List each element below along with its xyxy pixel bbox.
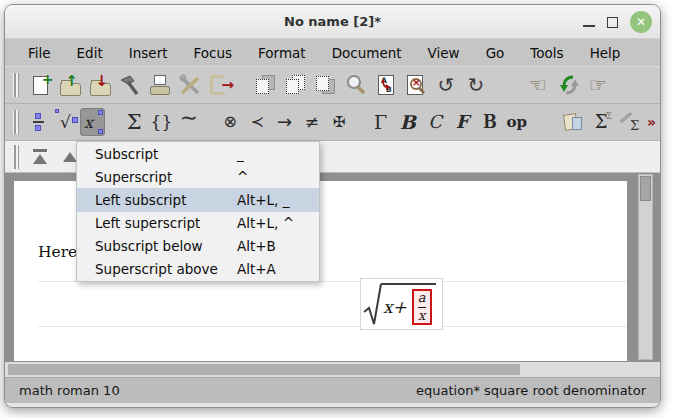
toolbar-grip[interactable] [13, 73, 19, 97]
vertical-scrollbar[interactable] [638, 174, 653, 360]
radicand-prefix: x+ [383, 297, 407, 317]
vertical-scrollbar-thumb[interactable] [640, 176, 651, 201]
toolbar-grip[interactable] [13, 145, 19, 169]
equation-block[interactable]: x+ a x [38, 281, 627, 327]
tilde-accent-icon: ∼ [179, 107, 197, 129]
paste-button[interactable] [282, 71, 310, 99]
menu-tools[interactable]: Tools [519, 42, 574, 64]
status-left: math roman 10 [19, 383, 120, 398]
redo-button[interactable]: ↻ [462, 71, 490, 99]
scripts-button[interactable]: x [80, 108, 105, 136]
go-to-top-button[interactable] [26, 143, 54, 171]
sum-button[interactable]: Σ [122, 108, 147, 136]
radicand: x+ a x [381, 283, 436, 328]
paragraph-text: Here [38, 243, 77, 261]
bold-b-icon: B [400, 113, 416, 132]
equation-focus-box[interactable]: x+ a x [360, 278, 443, 331]
shortcut-label: _ [237, 146, 309, 162]
operator-symbol-button[interactable]: ⊗ [218, 108, 243, 136]
search-icon [344, 73, 368, 97]
arrow-symbol-button[interactable]: → [272, 108, 297, 136]
menu-focus[interactable]: Focus [182, 42, 243, 64]
math-preferences-button[interactable]: Σ [616, 108, 642, 136]
copy-button[interactable] [252, 71, 280, 99]
menu-item-superscript[interactable]: Superscript ^ [77, 165, 319, 188]
menu-go[interactable]: Go [475, 42, 516, 64]
copy-icon [253, 72, 279, 98]
blackboard-button[interactable]: B [477, 108, 502, 136]
fraktur-f-icon: F [456, 113, 469, 131]
open-document-button[interactable]: ↑ [56, 71, 84, 99]
menu-insert[interactable]: Insert [118, 42, 179, 64]
symbol-palette-button[interactable] [560, 108, 586, 136]
toolbar-overflow-button[interactable]: » [647, 114, 656, 130]
menu-edit[interactable]: Edit [66, 42, 114, 64]
menu-item-left-superscript[interactable]: Left superscript Alt+L, ^ [77, 212, 319, 235]
close-button[interactable]: ✕ [630, 11, 652, 33]
otimes-icon: ⊗ [224, 114, 237, 130]
horizontal-scrollbar-thumb[interactable] [8, 364, 520, 375]
build-button[interactable] [116, 71, 144, 99]
minimize-button[interactable] [583, 25, 595, 27]
horizontal-scrollbar[interactable] [5, 362, 660, 377]
title-bar[interactable]: No name [2]* ✕ [5, 5, 660, 39]
forward-hand-icon: ☞ [589, 73, 607, 97]
fraction-numerator: a [418, 291, 426, 306]
insert-big-operator-button[interactable]: Σ Σ [588, 108, 614, 136]
menu-item-left-subscript[interactable]: Left subscript Alt+L, _ [77, 188, 319, 211]
spell-check-button[interactable]: × [402, 71, 430, 99]
relation-symbol-button[interactable]: ≺ [245, 108, 270, 136]
menu-item-superscript-above[interactable]: Superscript above Alt+A [77, 258, 319, 281]
save-document-button[interactable]: ↓ [86, 71, 114, 99]
main-toolbar: + ↑ ↓ [5, 66, 660, 104]
status-bar: math roman 10 equation* square root deno… [5, 377, 660, 403]
script-c-icon: C [428, 113, 442, 131]
preferences-button[interactable] [176, 71, 204, 99]
paste-icon [283, 72, 309, 98]
sum-icon: Σ [127, 112, 142, 133]
app-window: No name [2]* ✕ File Edit Insert Focus Fo… [4, 4, 661, 408]
menu-view[interactable]: View [417, 42, 471, 64]
brackets-icon: {} [151, 114, 173, 131]
replace-icon: A B [373, 72, 399, 98]
not-equal-icon: ≠ [305, 114, 319, 131]
undo-button[interactable]: ↺ [432, 71, 460, 99]
menu-document[interactable]: Document [321, 42, 413, 64]
menu-help[interactable]: Help [579, 42, 632, 64]
accent-button[interactable]: ∼ [176, 108, 201, 136]
print-button[interactable] [146, 71, 174, 99]
negation-symbol-button[interactable]: ≠ [299, 108, 324, 136]
sqrt-button[interactable]: √ [53, 108, 78, 136]
radical-sign [363, 281, 383, 327]
fraktur-button[interactable]: F [450, 108, 475, 136]
export-icon: → [207, 72, 233, 98]
fraction-button[interactable] [26, 108, 51, 136]
menu-item-subscript-below[interactable]: Subscript below Alt+B [77, 235, 319, 258]
square-root-icon: √ [60, 112, 71, 132]
fraction-cursor-box[interactable]: a x [412, 289, 432, 326]
operator-text-button[interactable]: op [504, 108, 529, 136]
blackboard-b-icon: B [483, 113, 496, 131]
menu-file[interactable]: File [17, 42, 62, 64]
spell-check-icon: × [403, 72, 429, 98]
bold-button[interactable]: B [395, 108, 420, 136]
reload-button[interactable] [554, 71, 582, 99]
window-title: No name [2]* [284, 14, 381, 29]
misc-symbol-button[interactable]: ✠ [326, 108, 351, 136]
new-document-button[interactable]: + [26, 71, 54, 99]
search-button[interactable] [342, 71, 370, 99]
back-button[interactable]: ☜ [524, 71, 552, 99]
right-arrow-icon: → [277, 113, 292, 131]
cut-button[interactable] [312, 71, 340, 99]
toolbar-grip[interactable] [13, 110, 19, 134]
menu-format[interactable]: Format [247, 42, 317, 64]
maximize-button[interactable] [607, 17, 618, 28]
greek-button[interactable]: Γ [368, 108, 393, 136]
open-document-icon: ↑ [60, 83, 81, 96]
export-button[interactable]: → [206, 71, 234, 99]
forward-button[interactable]: ☞ [584, 71, 612, 99]
replace-button[interactable]: A B [372, 71, 400, 99]
calligraphic-button[interactable]: C [422, 108, 447, 136]
brackets-button[interactable]: {} [149, 108, 174, 136]
menu-item-subscript[interactable]: Subscript _ [77, 142, 319, 165]
